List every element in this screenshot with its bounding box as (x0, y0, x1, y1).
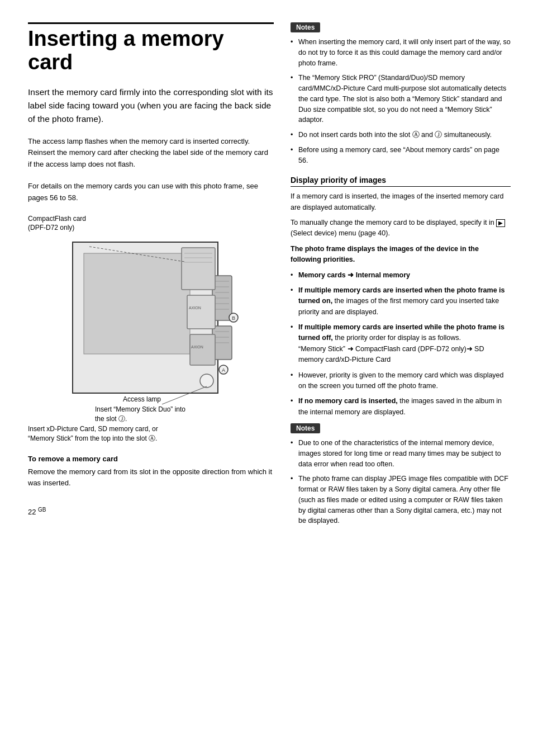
note-bottom-1: Due to one of the characteristics of the… (291, 438, 511, 469)
intro-normal-text-1: The access lamp flashes when the memory … (28, 136, 274, 171)
display-priority-heading: Display priority of images (291, 176, 511, 187)
priority-item-5: If no memory card is inserted, the image… (291, 396, 511, 418)
remove-title: To remove a memory card (28, 455, 274, 463)
diagram-label-insert-a: Insert xD-Picture Card, SD memory card, … (28, 424, 158, 443)
diagram-label-insert-b: Insert “Memory Stick Duo” intothe slot Ⓙ… (95, 405, 185, 424)
remove-body: Remove the memory card from its slot in … (28, 466, 274, 490)
priority-item-3: If multiple memory cards are inserted wh… (291, 322, 511, 366)
svg-rect-14 (182, 248, 215, 290)
page-title: Inserting a memory card (28, 22, 274, 74)
diagram-label-access: Access lamp (123, 395, 161, 404)
priority-item-1: Memory cards ➜ Internal memory (291, 270, 511, 281)
display-priority-body2: To manually change the memory card to be… (291, 218, 511, 239)
page-footer: 22 GB (28, 506, 274, 516)
note-item-1: When inserting the memory card, it will … (291, 37, 511, 68)
notes-list-bottom: Due to one of the characteristics of the… (291, 438, 511, 526)
notes-list-top: When inserting the memory card, it will … (291, 37, 511, 166)
priority-item-2: If multiple memory cards are inserted wh… (291, 285, 511, 318)
diagram: CompactFlash card(DPF-D72 only) (28, 214, 263, 443)
note-item-3: Do not insert cards both into the slot Ⓐ… (291, 130, 511, 140)
display-priority-body1: If a memory card is inserted, the images… (291, 191, 511, 213)
display-priority-body3: The photo frame displays the images of t… (291, 244, 511, 266)
select-device-icon: ▶ (496, 219, 505, 227)
intro-normal-text-2: For details on the memory cards you can … (28, 181, 274, 204)
diagram-label-cf: CompactFlash card(DPF-D72 only) (28, 214, 86, 233)
svg-rect-18 (187, 295, 215, 329)
notes-badge-top: Notes (291, 22, 320, 32)
note-item-2: The “Memory Stick PRO” (Standard/Duo)/SD… (291, 73, 511, 125)
priority-item-4: However, priority is given to the memory… (291, 370, 511, 392)
right-column: Notes When inserting the memory card, it… (291, 22, 511, 734)
page-number: 22 GB (28, 508, 46, 516)
intro-bold-text: Insert the memory card firmly into the c… (28, 86, 274, 126)
left-column: Inserting a memory card Insert the memor… (28, 22, 274, 734)
notes-badge-bottom: Notes (291, 423, 320, 433)
svg-text:AXION: AXION (191, 345, 203, 349)
priority-list: Memory cards ➜ Internal memory If multip… (291, 270, 511, 418)
svg-point-22 (200, 374, 213, 388)
note-item-4: Before using a memory card, see “About m… (291, 145, 511, 166)
remove-section: To remove a memory card Remove the memor… (28, 455, 274, 490)
note-bottom-2: The photo frame can display JPEG image f… (291, 474, 511, 526)
svg-text:A: A (222, 367, 225, 373)
svg-rect-2 (84, 253, 190, 354)
display-priority-section: Display priority of images If a memory c… (291, 176, 511, 418)
svg-rect-20 (190, 334, 215, 365)
svg-text:AXION: AXION (189, 306, 201, 310)
svg-text:B: B (232, 315, 235, 321)
